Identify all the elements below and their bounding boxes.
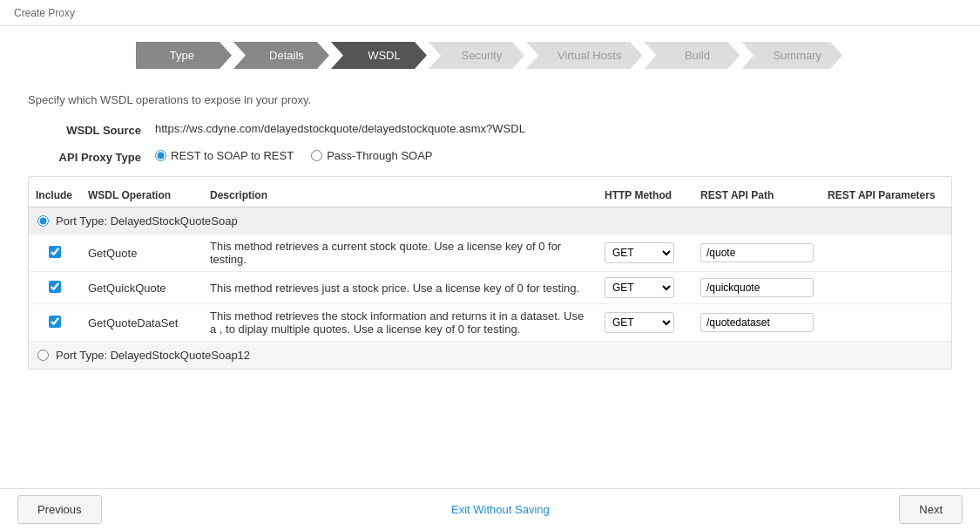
- proxy-type-radio-group: REST to SOAP to REST Pass-Through SOAP: [155, 149, 433, 162]
- op1-path-input[interactable]: [700, 243, 814, 262]
- port-type-row-1: Port Type: DelayedStockQuoteSoap: [29, 207, 951, 235]
- op2-path-cell: [693, 272, 821, 304]
- col-http-method: HTTP Method: [598, 184, 693, 207]
- wsdl-source-label: WSDL Source: [28, 122, 141, 137]
- api-proxy-type-row: API Proxy Type REST to SOAP to REST Pass…: [28, 149, 952, 164]
- op1-path-cell: [693, 234, 821, 272]
- port-type-1-label[interactable]: Port Type: DelayedStockQuoteSoap: [37, 214, 943, 228]
- op2-params-cell: [821, 272, 951, 304]
- op3-http-select[interactable]: GET POST PUT DELETE: [605, 312, 674, 333]
- op1-include-checkbox[interactable]: [49, 246, 61, 258]
- step-security[interactable]: Security: [429, 42, 524, 69]
- footer: Previous Exit Without Saving Next: [0, 488, 980, 530]
- op2-include-cell: [29, 272, 81, 304]
- op2-desc-cell: This method retrieves just a stock price…: [203, 272, 598, 304]
- op3-path-cell: [693, 304, 821, 342]
- operations-table-container: Include WSDL Operation Description HTTP …: [28, 176, 952, 370]
- op3-include-cell: [29, 304, 81, 342]
- api-proxy-type-label: API Proxy Type: [28, 149, 141, 164]
- previous-button[interactable]: Previous: [17, 495, 102, 524]
- step-type[interactable]: Type: [136, 42, 232, 69]
- port-type-cell-2: Port Type: DelayedStockQuoteSoap12: [29, 342, 951, 370]
- radio-rest-to-soap[interactable]: REST to SOAP to REST: [155, 149, 294, 162]
- table-row: GetQuickQuote This method retrieves just…: [29, 272, 951, 304]
- radio-pass-through[interactable]: Pass-Through SOAP: [311, 149, 432, 162]
- op3-name-cell: GetQuoteDataSet: [81, 304, 203, 342]
- op1-desc-cell: This method retrieves a current stock qu…: [203, 234, 598, 272]
- table-body: Port Type: DelayedStockQuoteSoap GetQuot…: [29, 207, 951, 370]
- op2-http-cell: GET POST PUT DELETE: [598, 272, 693, 304]
- port-type-1-radio[interactable]: [37, 215, 49, 227]
- op3-path-input[interactable]: [700, 313, 814, 332]
- op1-http-select[interactable]: GET POST PUT DELETE: [605, 242, 674, 263]
- step-build[interactable]: Build: [644, 42, 740, 69]
- step-virtual-hosts[interactable]: Virtual Hosts: [526, 42, 642, 69]
- op1-include-cell: [29, 234, 81, 272]
- op3-desc-cell: This method retrieves the stock informat…: [203, 304, 598, 342]
- app-title: Create Proxy: [14, 7, 75, 19]
- port-type-row-2: Port Type: DelayedStockQuoteSoap12: [29, 342, 951, 370]
- op3-http-cell: GET POST PUT DELETE: [598, 304, 693, 342]
- wizard-steps: Type Details WSDL Security Virtual Hosts…: [0, 26, 980, 81]
- col-wsdl-operation: WSDL Operation: [81, 184, 203, 207]
- operations-table: Include WSDL Operation Description HTTP …: [29, 184, 951, 369]
- table-row: GetQuoteDataSet This method retrieves th…: [29, 304, 951, 342]
- col-rest-api-path: REST API Path: [693, 184, 821, 207]
- op2-include-checkbox[interactable]: [49, 281, 61, 293]
- table-header: Include WSDL Operation Description HTTP …: [29, 184, 951, 207]
- table-row: GetQuote This method retrieves a current…: [29, 234, 951, 272]
- op2-path-input[interactable]: [700, 278, 814, 297]
- op1-name-cell: GetQuote: [81, 234, 203, 272]
- next-button[interactable]: Next: [899, 495, 963, 524]
- port-type-cell-1: Port Type: DelayedStockQuoteSoap: [29, 207, 951, 235]
- exit-without-saving-link[interactable]: Exit Without Saving: [451, 503, 550, 516]
- port-type-2-label[interactable]: Port Type: DelayedStockQuoteSoap12: [37, 349, 943, 362]
- radio-rest-to-soap-input[interactable]: [155, 150, 166, 161]
- col-include: Include: [29, 184, 81, 207]
- wsdl-source-row: WSDL Source https://ws.cdyne.com/delayed…: [28, 122, 952, 137]
- op1-http-cell: GET POST PUT DELETE: [598, 234, 693, 272]
- step-details[interactable]: Details: [233, 42, 329, 69]
- op2-name-cell: GetQuickQuote: [81, 272, 203, 304]
- op1-params-cell: [821, 234, 951, 272]
- col-description: Description: [203, 184, 598, 207]
- main-content: Specify which WSDL operations to expose …: [0, 81, 980, 382]
- app-header: Create Proxy: [0, 0, 980, 26]
- page-subtitle: Specify which WSDL operations to expose …: [28, 93, 952, 106]
- radio-pass-through-input[interactable]: [311, 150, 322, 161]
- wsdl-source-value: https://ws.cdyne.com/delayedstockquote/d…: [155, 122, 525, 135]
- col-rest-api-params: REST API Parameters: [821, 184, 951, 207]
- op2-http-select[interactable]: GET POST PUT DELETE: [605, 277, 674, 298]
- step-summary[interactable]: Summary: [741, 42, 842, 69]
- op3-params-cell: [821, 304, 951, 342]
- op3-include-checkbox[interactable]: [49, 316, 61, 328]
- port-type-2-radio[interactable]: [37, 350, 49, 361]
- step-wsdl[interactable]: WSDL: [331, 42, 427, 69]
